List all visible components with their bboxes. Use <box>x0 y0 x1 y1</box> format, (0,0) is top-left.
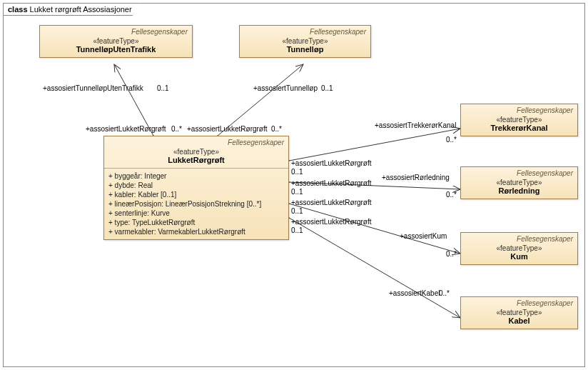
class-rorledning[interactable]: Fellesegenskaper «featureType» Rørlednin… <box>460 166 578 199</box>
class-name: LukketRørgrøft <box>108 156 284 164</box>
class-name: Kabel <box>465 316 573 325</box>
svg-line-4 <box>289 204 460 254</box>
mult-label: 0..1 <box>291 188 303 196</box>
class-trekkeror-kanal[interactable]: Fellesegenskaper «featureType» Trekkerør… <box>460 104 578 136</box>
frame-tab: class Lukket rørgrøft Assosiasjoner <box>3 3 140 16</box>
mult-label: 0..1 <box>321 84 333 92</box>
mult-label: 0..1 <box>291 207 303 215</box>
class-name: Tunnelløp <box>244 45 366 54</box>
frame-title: Lukket rørgrøft Assosiasjoner <box>30 5 132 14</box>
mult-label: 0..1 <box>157 84 169 92</box>
mult-label: 0..* <box>446 136 457 144</box>
role-label: +assosiertLukketRørgrøft <box>291 199 372 206</box>
class-group: Fellesegenskaper <box>244 28 366 36</box>
class-lukket-rorgroft[interactable]: Fellesegenskaper «featureType» LukketRør… <box>103 136 289 240</box>
svg-line-2 <box>289 129 460 161</box>
class-group: Fellesegenskaper <box>465 299 573 307</box>
role-label: +assosiertKum <box>400 232 447 240</box>
mult-label: 0..* <box>171 125 182 133</box>
mult-label: 0..1 <box>291 226 303 234</box>
class-name: Kum <box>465 252 573 261</box>
role-label: +assosiertTrekkerørKanal <box>375 121 456 129</box>
class-stereo: «featureType» <box>465 179 573 186</box>
class-stereo: «featureType» <box>108 148 284 156</box>
attr: + varmekabler: VarmekablerLukketRørgrøft <box>108 227 284 236</box>
class-tunnellop-uten-trafikk[interactable]: Fellesegenskaper «featureType» Tunnelløp… <box>39 25 193 58</box>
class-group: Fellesegenskaper <box>465 106 573 114</box>
role-label: +assosiertLukketRørgrøft <box>187 125 268 133</box>
attr: + lineærPosisjon: LineærPosisjonStreknin… <box>108 199 284 209</box>
mult-label: 0..1 <box>291 168 303 176</box>
class-stereo: «featureType» <box>465 309 573 316</box>
mult-label: 0..* <box>446 191 457 199</box>
class-kum[interactable]: Fellesegenskaper «featureType» Kum <box>460 232 578 265</box>
role-label: +assosiertLukketRørgrøft <box>291 179 372 187</box>
class-stereo: «featureType» <box>465 244 573 252</box>
role-label: +assosiertKabel <box>389 289 440 297</box>
role-label: +assosiertLukketRørgrøft <box>291 159 372 167</box>
attr: + senterlinje: Kurve <box>108 209 284 218</box>
diagram-frame: class Lukket rørgrøft Assosiasjoner Fell… <box>3 3 585 367</box>
class-group: Fellesegenskaper <box>465 235 573 243</box>
frame-prefix: class <box>8 5 28 14</box>
class-group: Fellesegenskaper <box>108 139 284 146</box>
role-label: +assosiertRørledning <box>382 174 450 181</box>
class-name: TunnelløpUtenTrafikk <box>44 45 188 54</box>
attr: + type: TypeLukketRørgrøft <box>108 218 284 227</box>
attr: + byggeår: Integer <box>108 171 284 181</box>
class-kabel[interactable]: Fellesegenskaper «featureType» Kabel <box>460 296 578 329</box>
mult-label: 0..* <box>439 289 450 297</box>
class-tunnellop[interactable]: Fellesegenskaper «featureType» Tunnelløp <box>239 25 371 58</box>
mult-label: 0..* <box>446 250 457 258</box>
role-label: +assosiertTunnelløp <box>253 84 318 92</box>
class-name: TrekkerørKanal <box>465 124 573 132</box>
class-group: Fellesegenskaper <box>44 28 188 36</box>
role-label: +assosiertLukketRørgrøft <box>291 218 372 226</box>
mult-label: 0..* <box>271 125 282 133</box>
class-stereo: «featureType» <box>244 37 366 45</box>
class-name: Rørledning <box>465 186 573 195</box>
class-stereo: «featureType» <box>465 116 573 124</box>
attr-list: + byggeår: Integer + dybde: Real + kable… <box>104 169 288 239</box>
class-stereo: «featureType» <box>44 37 188 45</box>
class-group: Fellesegenskaper <box>465 169 573 177</box>
role-label: +assosiertLukketRørgrøft <box>86 125 166 133</box>
role-label: +assosiertTunnelløpUtenTrafikk <box>43 84 143 92</box>
attr: + dybde: Real <box>108 181 284 190</box>
attr: + kabler: Kabler [0..1] <box>108 190 284 199</box>
